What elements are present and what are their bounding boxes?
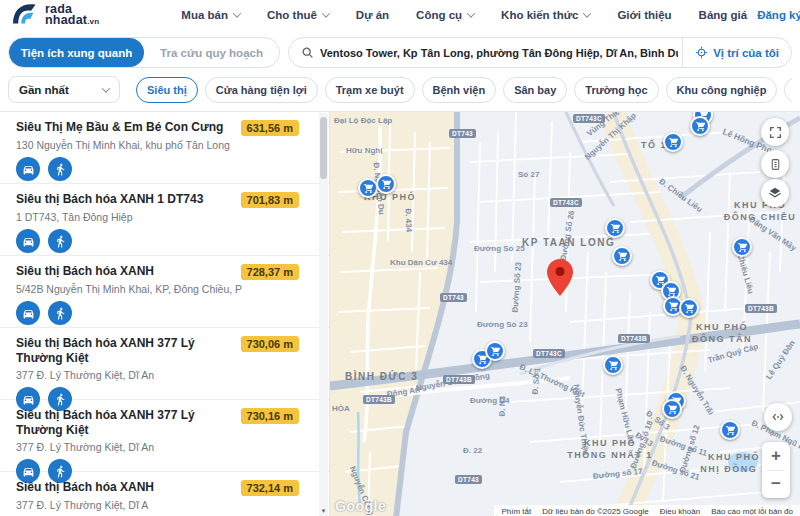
nav-item-kho-kien-thuc[interactable]: Kho kiến thức (501, 9, 590, 21)
supermarket-marker[interactable] (690, 116, 710, 136)
result-title-row: Siêu thị Bách hóa XANH728,37 m (16, 264, 299, 280)
cart-icon (668, 137, 679, 148)
zoom-out-button[interactable]: − (762, 471, 790, 499)
fullscreen-button[interactable] (761, 118, 789, 146)
result-title-row: Siêu thị Bách hóa XANH 377 Lý Thường Kiệ… (16, 336, 299, 366)
list-scrollbar[interactable]: ▾ (319, 113, 328, 516)
zoom-control: + − (762, 442, 790, 498)
scrollbar-down-arrow[interactable]: ▾ (319, 506, 328, 516)
cart-icon (490, 346, 501, 357)
my-location-icon (695, 46, 708, 59)
walk-route-button[interactable] (48, 301, 72, 325)
filter-pill-tram-xe-buyt[interactable]: Trạm xe buýt (325, 77, 415, 103)
walk-icon (54, 465, 67, 478)
supermarket-marker[interactable] (662, 399, 682, 419)
walk-icon (54, 235, 67, 248)
filters-row: Gần nhất Siêu thịCửa hàng tiện lợiTrạm x… (0, 74, 800, 112)
result-item[interactable]: Siêu thị Bách hóa XANH 377 Lý Thường Kiệ… (0, 400, 329, 472)
filter-pill-cua-hang-tien-loi[interactable]: Cửa hàng tiện lợi (205, 77, 318, 103)
nav-item-cong-cu[interactable]: Công cụ (416, 9, 474, 21)
supermarket-marker[interactable] (603, 355, 623, 375)
search-icon (301, 46, 314, 59)
filter-pill-benh-vien[interactable]: Bệnh viện (422, 77, 497, 103)
walk-icon (54, 163, 67, 176)
result-item[interactable]: Siêu thị Bách hóa XANH732,14 m377 Đ. Lý … (0, 472, 329, 516)
walk-route-button[interactable] (48, 229, 72, 253)
supermarket-marker[interactable] (720, 420, 740, 440)
results-list-panel: Siêu Thị Mẹ Bầu & Em Bé Con Cưng631,56 m… (0, 112, 330, 516)
legend-button[interactable] (761, 150, 789, 178)
drive-route-button[interactable] (16, 301, 40, 325)
auth-link[interactable]: Đăng ký | Đăng nhập (757, 9, 800, 21)
nav-item-label: Giới thiệu (617, 9, 671, 21)
content-area: Siêu Thị Mẹ Bầu & Em Bé Con Cưng631,56 m… (0, 112, 800, 516)
travel-mode-buttons (16, 229, 299, 253)
drive-route-button[interactable] (16, 157, 40, 181)
result-title: Siêu thị Bách hóa XANH (16, 480, 154, 495)
tab-tra-cuu-quy-hoach[interactable]: Tra cứu quy hoạch (144, 38, 279, 67)
filter-pill-ga-metro[interactable]: Ga Metro (784, 77, 792, 103)
cart-icon (668, 301, 679, 312)
map-canvas[interactable]: Đại Lộ Độc LậpHữu NghịĐ. Nguyễn DuKHU PH… (330, 112, 800, 516)
supermarket-marker[interactable] (663, 132, 683, 152)
supermarket-marker[interactable] (376, 174, 396, 194)
mode-tab-switcher: Tiện ích xung quanh Tra cứu quy hoạch (8, 37, 280, 68)
result-item[interactable]: Siêu thị Bách hóa XANH 1 DT743701,83 m1 … (0, 184, 329, 256)
supermarket-marker[interactable] (732, 237, 752, 257)
supermarket-marker[interactable] (605, 218, 625, 238)
google-watermark: Google (335, 498, 386, 514)
nav-item-cho-thue[interactable]: Cho thuê (267, 9, 329, 21)
destination-pin (547, 259, 573, 296)
main-menu: Mua bánCho thuêDự ánCông cụKho kiến thức… (181, 9, 747, 21)
car-icon (22, 307, 35, 320)
map-attribution-item[interactable]: Điều khoản (660, 507, 700, 516)
filter-pill-truong-hoc[interactable]: Trường học (574, 77, 658, 103)
result-title-row: Siêu thị Bách hóa XANH 1 DT743701,83 m (16, 192, 299, 208)
map-layers-button[interactable] (761, 179, 789, 207)
address-search-bar: Vị trí của tôi (288, 37, 792, 68)
address-search-input[interactable] (320, 47, 678, 59)
distance-badge: 730,06 m (241, 336, 299, 352)
chevron-down-icon (233, 9, 241, 17)
drive-route-button[interactable] (16, 229, 40, 253)
result-item[interactable]: Siêu Thị Mẹ Bầu & Em Bé Con Cưng631,56 m… (0, 112, 329, 184)
sort-select-value: Gần nhất (19, 84, 69, 96)
distance-badge: 728,37 m (241, 264, 299, 280)
sort-select[interactable]: Gần nhất (8, 76, 120, 103)
supermarket-marker[interactable] (679, 298, 699, 318)
nav-item-label: Bảng giá (699, 9, 748, 21)
supermarket-marker[interactable] (485, 341, 505, 361)
map-attribution-item[interactable]: Phím tắt (501, 507, 531, 516)
nav-item-bang-gia[interactable]: Bảng giá (699, 9, 748, 21)
brand-logo[interactable]: rada nhadat.vn (10, 1, 99, 29)
result-title-row: Siêu thị Bách hóa XANH 377 Lý Thường Kiệ… (16, 408, 299, 438)
tab-tien-ich-xung-quanh[interactable]: Tiện ích xung quanh (9, 38, 144, 67)
nav-item-du-an[interactable]: Dự án (356, 9, 389, 21)
result-item[interactable]: Siêu thị Bách hóa XANH 377 Lý Thường Kiệ… (0, 328, 329, 400)
pan-control[interactable] (764, 403, 792, 431)
filter-pill-sieu-thi[interactable]: Siêu thị (136, 77, 198, 103)
nav-item-label: Dự án (356, 9, 389, 21)
my-location-button[interactable]: Vị trí của tôi (682, 38, 791, 67)
cart-icon (684, 303, 695, 314)
map-attribution-item[interactable]: Báo cáo một lỗi bản đồ (711, 507, 793, 516)
cart-icon (737, 242, 748, 253)
car-icon (22, 393, 35, 406)
result-title: Siêu thị Bách hóa XANH 377 Lý Thường Kiệ… (16, 408, 233, 438)
zoom-in-button[interactable]: + (762, 442, 790, 470)
filter-pill-san-bay[interactable]: Sân bay (503, 77, 567, 103)
filter-pill-khu-cong-nghiep[interactable]: Khu công nghiệp (666, 77, 778, 103)
cart-icon (695, 121, 706, 132)
result-item[interactable]: Siêu thị Bách hóa XANH728,37 m5/42B Nguy… (0, 256, 329, 328)
distance-badge: 732,14 m (241, 480, 299, 496)
nav-item-mua-ban[interactable]: Mua bán (181, 9, 240, 21)
result-title: Siêu thị Bách hóa XANH 1 DT743 (16, 192, 203, 207)
cart-icon (363, 183, 374, 194)
scrollbar-thumb[interactable] (320, 117, 327, 179)
distance-badge: 701,83 m (241, 192, 299, 208)
supermarket-marker[interactable] (612, 246, 632, 266)
supermarket-marker[interactable] (358, 178, 378, 198)
walk-route-button[interactable] (48, 157, 72, 181)
cart-icon (610, 223, 621, 234)
nav-item-gioi-thieu[interactable]: Giới thiệu (617, 9, 671, 21)
